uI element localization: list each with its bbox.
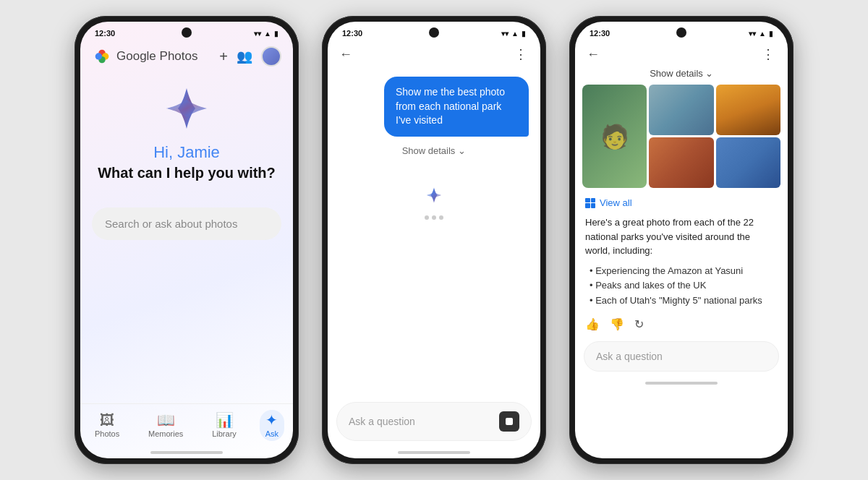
battery-icon-3: ▮ — [769, 30, 773, 38]
show-details-chevron: ⌄ — [458, 145, 466, 156]
dot-3 — [439, 215, 443, 220]
search-placeholder-1: Search or ask about photos — [105, 218, 237, 230]
phone2-screen: 12:30 ▾▾ ▲ ▮ ← ⋮ Show me the best photo … — [328, 22, 540, 458]
bottom-nav: 🖼 Photos 📖 Memories 📊 Library ✦ Ask — [80, 403, 293, 448]
thumbs-up-icon[interactable]: 👍 — [585, 317, 600, 331]
wifi-icon: ▾▾ — [254, 30, 261, 38]
gp-header: Google Photos + 👥 — [80, 40, 293, 71]
nav-photos[interactable]: 🖼 Photos — [89, 410, 125, 441]
list-item-2: • Peaks and lakes of the UK — [585, 278, 778, 293]
gemini-star-icon — [163, 85, 210, 132]
signal-icon-2: ▲ — [511, 30, 519, 38]
signal-icon-3: ▲ — [759, 30, 766, 38]
show-details-top[interactable]: Show details ⌄ — [575, 65, 788, 85]
dot-2 — [432, 215, 436, 220]
people-icon[interactable]: 👥 — [237, 48, 252, 64]
user-message-bubble: Show me the best photo from each nationa… — [384, 77, 529, 137]
home-indicator-1 — [150, 451, 223, 454]
nav-library[interactable]: 📊 Library — [206, 410, 242, 441]
ask-nav-icon: ✦ — [265, 413, 278, 427]
status-bar-3: 12:30 ▾▾ ▲ ▮ — [575, 22, 788, 40]
phone-2: 12:30 ▾▾ ▲ ▮ ← ⋮ Show me the best photo … — [322, 16, 546, 464]
phone-3: 12:30 ▾▾ ▲ ▮ ← ⋮ Show details ⌄ 🧑 — [569, 16, 793, 464]
wifi-icon-2: ▾▾ — [501, 30, 509, 38]
header-actions: + 👥 — [219, 46, 281, 67]
avatar[interactable] — [261, 46, 281, 67]
signal-icon: ▲ — [264, 30, 271, 38]
view-all-label: View all — [600, 197, 632, 208]
back-button-3[interactable]: ← — [587, 47, 600, 62]
svg-point-3 — [95, 53, 102, 59]
photo-2[interactable] — [649, 85, 713, 135]
show-details-chevron-top: ⌄ — [705, 68, 713, 79]
time-3: 12:30 — [590, 29, 610, 38]
response-text: Here's a great photo from each of the 22… — [575, 213, 788, 264]
loading-indicator — [425, 215, 443, 220]
thumbs-down-icon[interactable]: 👎 — [610, 317, 624, 331]
grid-view-icon — [585, 198, 595, 208]
gemini-loading-icon — [425, 187, 443, 204]
phone-1: 12:30 ▾▾ ▲ ▮ Google Photos + — [75, 16, 299, 464]
google-photos-logo-icon — [92, 46, 112, 67]
view-all-row[interactable]: View all — [575, 193, 788, 213]
home-indicator-2 — [398, 451, 470, 454]
phone1-screen: 12:30 ▾▾ ▲ ▮ Google Photos + — [80, 22, 293, 458]
list-item-1: • Experiencing the Amazon at Yasuni — [585, 264, 778, 279]
stop-button[interactable] — [499, 411, 519, 432]
time-2: 12:30 — [342, 29, 362, 38]
photos-nav-icon: 🖼 — [100, 413, 114, 427]
more-options-2[interactable]: ⋮ — [514, 46, 529, 62]
back-button-2[interactable]: ← — [339, 47, 352, 62]
memories-nav-icon: 📖 — [157, 413, 175, 427]
results-header: ← ⋮ — [575, 40, 788, 65]
list-item-3: • Each of Utah's "Mighty 5" national par… — [585, 293, 778, 309]
chat-content-2: Show me the best photo from each nationa… — [328, 68, 540, 396]
status-bar-1: 12:30 ▾▾ ▲ ▮ — [80, 22, 293, 40]
library-nav-label: Library — [212, 429, 237, 438]
chat-input-placeholder-3: Ask a question — [596, 351, 663, 362]
photo-5[interactable] — [716, 137, 780, 188]
ask-nav-label: Ask — [265, 429, 278, 438]
search-bar-1[interactable]: Search or ask about photos — [92, 207, 281, 240]
results-list: • Experiencing the Amazon at Yasuni • Pe… — [575, 264, 788, 313]
status-icons-1: ▾▾ ▲ ▮ — [254, 30, 278, 38]
nav-memories[interactable]: 📖 Memories — [142, 410, 189, 441]
chat-input-placeholder-2: Ask a question — [349, 416, 415, 427]
show-details-row[interactable]: Show details ⌄ — [402, 145, 467, 156]
wifi-icon-3: ▾▾ — [749, 30, 756, 38]
status-icons-3: ▾▾ ▲ ▮ — [749, 30, 773, 38]
add-icon[interactable]: + — [219, 48, 228, 65]
more-options-3[interactable]: ⋮ — [762, 46, 776, 62]
photo-4[interactable] — [649, 137, 713, 188]
show-details-label-top: Show details — [650, 68, 703, 79]
battery-icon-2: ▮ — [522, 30, 526, 38]
show-details-label: Show details — [402, 145, 456, 156]
memories-nav-label: Memories — [148, 429, 183, 438]
photos-nav-label: Photos — [95, 429, 119, 438]
chat-input-2[interactable]: Ask a question — [336, 402, 532, 441]
photo-grid: 🧑 — [575, 85, 788, 190]
photo-3[interactable] — [716, 85, 780, 135]
phone3-screen: 12:30 ▾▾ ▲ ▮ ← ⋮ Show details ⌄ 🧑 — [575, 22, 788, 458]
chat-header-2: ← ⋮ — [328, 40, 540, 68]
library-nav-icon: 📊 — [216, 413, 234, 427]
greeting-name: Hi, Jamie — [95, 143, 278, 162]
status-bar-2: 12:30 ▾▾ ▲ ▮ — [328, 22, 540, 40]
feedback-row: 👍 👎 ↻ — [575, 313, 788, 335]
greeting-subtext: What can I help you with? — [95, 165, 278, 181]
nav-ask[interactable]: ✦ Ask — [260, 410, 284, 441]
photo-1[interactable]: 🧑 — [582, 85, 647, 188]
time-1: 12:30 — [95, 29, 115, 38]
status-icons-2: ▾▾ ▲ ▮ — [501, 30, 526, 38]
gp-logo-text: Google Photos — [116, 49, 197, 64]
greeting-section: Hi, Jamie What can I help you with? — [80, 143, 293, 196]
gp-logo: Google Photos — [92, 46, 197, 67]
battery-icon: ▮ — [274, 30, 278, 38]
home-indicator-3 — [645, 382, 718, 385]
refresh-icon[interactable]: ↻ — [634, 317, 644, 331]
chat-input-3[interactable]: Ask a question — [584, 341, 779, 372]
dot-1 — [425, 215, 429, 220]
stop-icon — [506, 418, 513, 425]
